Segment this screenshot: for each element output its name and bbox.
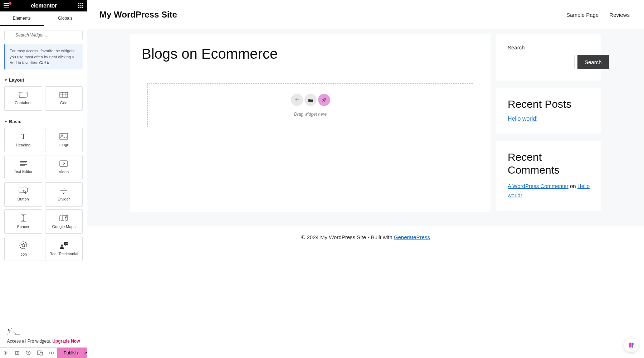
elementor-logo: elementor bbox=[31, 3, 57, 9]
svg-rect-7 bbox=[80, 7, 82, 8]
ai-assistant-fab[interactable] bbox=[624, 338, 638, 352]
image-icon bbox=[59, 133, 68, 140]
drop-zone[interactable]: Drag widget here bbox=[147, 83, 473, 127]
heading-icon: T bbox=[19, 133, 27, 140]
svg-rect-17 bbox=[60, 134, 68, 139]
widget-heading[interactable]: T Heading bbox=[4, 128, 42, 152]
svg-rect-6 bbox=[78, 7, 79, 8]
svg-rect-8 bbox=[82, 7, 83, 8]
svg-rect-2 bbox=[82, 3, 83, 4]
footer-copy: © 2024 My WordPress Site • Built with bbox=[301, 234, 394, 240]
widget-label: Google Maps bbox=[52, 224, 75, 229]
add-section-button[interactable] bbox=[291, 94, 303, 106]
svg-rect-11 bbox=[19, 92, 27, 97]
add-template-button[interactable] bbox=[304, 94, 317, 106]
map-icon bbox=[59, 214, 68, 222]
divider-icon bbox=[60, 188, 67, 194]
widget-image[interactable]: Image bbox=[45, 128, 83, 152]
tab-elements[interactable]: Elements bbox=[0, 11, 44, 26]
svg-rect-1 bbox=[80, 3, 82, 4]
widget-label: Grid bbox=[60, 101, 68, 105]
recent-comments-title: Recent Comments bbox=[508, 151, 590, 176]
widget-label: Text Editor bbox=[14, 169, 33, 174]
recent-post-link[interactable]: Hello world! bbox=[508, 116, 538, 122]
widget-label: Real Testimonial bbox=[49, 252, 78, 256]
history-button[interactable] bbox=[23, 348, 34, 358]
menu-button[interactable] bbox=[4, 3, 9, 8]
site-footer: © 2024 My WordPress Site • Built with Ge… bbox=[87, 226, 644, 248]
svg-point-45 bbox=[325, 98, 326, 99]
spacer-icon bbox=[20, 214, 26, 222]
footer-theme-link[interactable]: GeneratePress bbox=[394, 234, 430, 240]
widget-button[interactable]: Button bbox=[4, 182, 42, 207]
pro-text: Access all Pro widgets. bbox=[7, 339, 52, 344]
responsive-button[interactable] bbox=[34, 348, 46, 358]
widget-real-testimonial[interactable]: Real Testimonial bbox=[45, 237, 83, 261]
comment-on-text: on bbox=[569, 183, 577, 189]
recent-posts-title: Recent Posts bbox=[508, 98, 590, 111]
svg-point-40 bbox=[13, 330, 14, 330]
site-header: My WordPress Site Sample Page Reviews bbox=[87, 0, 644, 29]
widget-grid[interactable]: Grid bbox=[45, 86, 83, 111]
svg-rect-5 bbox=[82, 5, 83, 6]
panel-footer: Publish bbox=[0, 347, 87, 358]
site-nav: Sample Page Reviews bbox=[566, 12, 630, 18]
notification-badge bbox=[9, 2, 11, 5]
nav-reviews[interactable]: Reviews bbox=[609, 12, 630, 18]
nav-sample-page[interactable]: Sample Page bbox=[566, 12, 599, 18]
widget-label: Image bbox=[58, 142, 69, 147]
grid-icon bbox=[59, 92, 68, 98]
svg-rect-23 bbox=[60, 161, 68, 166]
svg-point-34 bbox=[65, 243, 65, 244]
text-editor-icon bbox=[19, 161, 27, 166]
site-search-input[interactable] bbox=[508, 55, 575, 69]
svg-rect-4 bbox=[80, 5, 82, 6]
site-search-button[interactable]: Search bbox=[577, 55, 609, 69]
tip-dismiss[interactable]: Got It bbox=[39, 61, 50, 65]
favorites-tip: For easy access, favorite the widgets yo… bbox=[4, 44, 83, 69]
settings-button[interactable] bbox=[0, 348, 11, 358]
svg-rect-0 bbox=[78, 3, 79, 4]
svg-point-39 bbox=[11, 328, 12, 329]
widget-container[interactable]: Container bbox=[4, 86, 42, 111]
svg-rect-43 bbox=[40, 352, 43, 355]
navigator-button[interactable] bbox=[11, 348, 23, 358]
svg-point-18 bbox=[61, 135, 63, 136]
tab-globals[interactable]: Globals bbox=[44, 11, 87, 26]
content-area: Blogs on Ecommerce Drag widget here bbox=[130, 34, 491, 212]
recent-posts-widget: Recent Posts Hello world! bbox=[496, 88, 601, 134]
testimonial-icon bbox=[59, 242, 68, 249]
svg-point-41 bbox=[5, 352, 6, 354]
widget-label: Divider bbox=[58, 197, 70, 201]
widget-label: Icon bbox=[19, 252, 27, 256]
svg-point-44 bbox=[51, 352, 52, 354]
search-widget-input[interactable] bbox=[4, 30, 83, 40]
widget-label: Container bbox=[15, 101, 32, 105]
svg-text:T: T bbox=[21, 133, 25, 140]
search-label: Search bbox=[508, 44, 590, 50]
apps-button[interactable] bbox=[78, 3, 83, 8]
upgrade-link[interactable]: Upgrade Now bbox=[52, 339, 80, 344]
svg-point-32 bbox=[61, 245, 63, 247]
widget-google-maps[interactable]: Google Maps bbox=[45, 209, 83, 234]
svg-point-35 bbox=[66, 243, 67, 244]
preview-button[interactable] bbox=[46, 348, 57, 358]
widget-spacer[interactable]: Spacer bbox=[4, 209, 42, 234]
widget-label: Heading bbox=[16, 143, 30, 147]
pro-upsell: Access all Pro widgets. Upgrade Now bbox=[0, 335, 87, 347]
widget-label: Video bbox=[59, 170, 69, 174]
widget-text-editor[interactable]: Text Editor bbox=[4, 155, 42, 179]
video-icon bbox=[59, 160, 68, 167]
widget-divider[interactable]: Divider bbox=[45, 182, 83, 207]
widget-icon[interactable]: Icon bbox=[4, 237, 42, 261]
section-basic-header[interactable]: Basic bbox=[0, 115, 87, 128]
button-icon bbox=[19, 188, 28, 194]
svg-point-36 bbox=[67, 243, 68, 244]
panel-tabs: Elements Globals bbox=[0, 11, 87, 26]
svg-rect-3 bbox=[78, 5, 79, 6]
section-layout-header[interactable]: Layout bbox=[0, 74, 87, 86]
widget-video[interactable]: Video bbox=[45, 155, 83, 179]
ai-button[interactable] bbox=[318, 94, 330, 106]
comment-author-link[interactable]: A WordPress Commenter bbox=[508, 183, 569, 189]
publish-button[interactable]: Publish bbox=[57, 348, 84, 358]
